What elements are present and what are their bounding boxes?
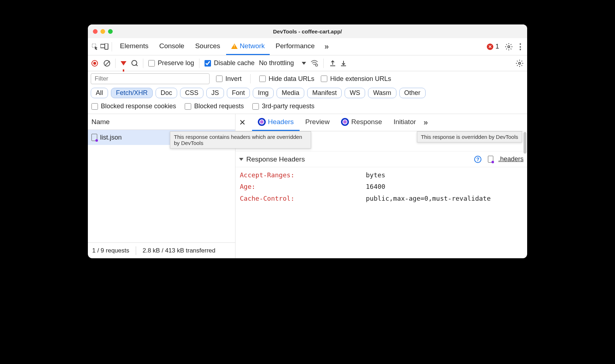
tab-sources[interactable]: Sources <box>190 38 225 55</box>
throttling-value: No throttling <box>259 59 294 67</box>
hide-extension-urls-input[interactable] <box>321 76 327 82</box>
tab-elements[interactable]: Elements <box>115 38 153 55</box>
file-override-icon <box>91 134 97 141</box>
headers-list: Accept-Ranges: bytes Age: 16400 Cache-Co… <box>235 167 527 206</box>
tab-preview[interactable]: Preview <box>300 114 336 131</box>
preserve-log-input[interactable] <box>148 60 155 67</box>
hide-data-urls-input[interactable] <box>259 76 266 82</box>
blocked-requests-label: Blocked requests <box>194 103 244 110</box>
invert-checkbox[interactable]: Invert <box>216 75 242 83</box>
error-icon: ✕ <box>487 44 493 50</box>
divider <box>143 59 143 68</box>
tab-network-label: Network <box>240 42 265 50</box>
svg-point-3 <box>508 46 510 48</box>
blocked-response-cookies-input[interactable] <box>91 103 98 110</box>
hide-data-urls-label: Hide data URLs <box>269 75 314 83</box>
kebab-menu-icon[interactable]: ⋮ <box>516 43 524 51</box>
hide-extension-urls-checkbox[interactable]: Hide extension URLs <box>321 75 391 83</box>
more-detail-tabs-icon[interactable]: » <box>422 119 430 127</box>
divider <box>136 246 136 255</box>
tooltip-response-override: This response is overridden by DevTools <box>417 131 522 142</box>
window-title: DevTools - coffee-cart.app/ <box>88 28 527 35</box>
download-icon[interactable] <box>340 59 347 67</box>
svg-point-5 <box>519 62 521 64</box>
record-button[interactable] <box>91 60 98 67</box>
chevron-down-icon <box>302 62 306 65</box>
svg-rect-2 <box>105 44 108 49</box>
divider <box>199 59 199 68</box>
search-icon[interactable] <box>131 60 138 67</box>
hide-data-urls-checkbox[interactable]: Hide data URLs <box>259 75 314 83</box>
header-value: bytes <box>366 169 523 181</box>
chip-manifest[interactable]: Manifest <box>307 88 342 98</box>
more-tabs-icon[interactable]: » <box>323 43 331 51</box>
help-icon[interactable]: ? <box>474 156 481 163</box>
tab-response[interactable]: Response <box>335 114 388 131</box>
scrollbar-thumb[interactable] <box>524 132 526 154</box>
blocked-requests-checkbox[interactable]: Blocked requests <box>185 103 244 110</box>
invert-label: Invert <box>225 75 242 83</box>
chip-font[interactable]: Font <box>227 88 250 98</box>
network-toolbar: Preserve log Disable cache No throttling <box>88 55 527 71</box>
titlebar: DevTools - coffee-cart.app/ <box>88 24 527 38</box>
details-tabs: ✕ Headers Preview Response Initiator » T… <box>235 114 527 131</box>
blocked-requests-input[interactable] <box>185 103 191 110</box>
inspect-icon[interactable] <box>91 43 99 50</box>
preserve-log-label: Preserve log <box>158 59 194 67</box>
chip-img[interactable]: Img <box>253 88 274 98</box>
chip-js[interactable]: JS <box>206 88 224 98</box>
chip-wasm[interactable]: Wasm <box>368 88 396 98</box>
invert-input[interactable] <box>216 76 223 82</box>
chip-css[interactable]: CSS <box>180 88 203 98</box>
blocked-response-cookies-checkbox[interactable]: Blocked response cookies <box>91 103 176 110</box>
chip-other[interactable]: Other <box>399 88 426 98</box>
hide-extension-urls-label: Hide extension URLs <box>330 75 391 83</box>
tab-console[interactable]: Console <box>154 38 189 55</box>
device-toggle-icon[interactable] <box>100 44 109 50</box>
network-conditions-icon[interactable] <box>310 59 318 67</box>
panels: Name list.json 1 / 9 requests 2.8 kB / 4… <box>88 114 527 258</box>
chip-ws[interactable]: WS <box>345 88 365 98</box>
tab-headers[interactable]: Headers <box>252 114 300 131</box>
clear-button[interactable] <box>104 60 110 67</box>
warning-icon <box>231 44 238 49</box>
tooltip-headers-override: This response contains headers which are… <box>170 131 311 149</box>
third-party-input[interactable] <box>252 103 259 110</box>
error-count-value: 1 <box>495 43 499 50</box>
header-value: public,max-age=0,must-revalidate <box>366 193 523 204</box>
response-headers-title[interactable]: Response Headers ? .headers <box>235 151 527 167</box>
error-count[interactable]: ✕ 1 <box>487 43 499 50</box>
throttling-select[interactable]: No throttling <box>257 59 308 67</box>
chip-all[interactable]: All <box>91 88 108 98</box>
header-value: 16400 <box>366 181 523 192</box>
chip-media[interactable]: Media <box>277 88 304 98</box>
tab-response-label: Response <box>351 118 382 126</box>
network-settings-icon[interactable] <box>516 59 524 67</box>
headers-file-icon <box>488 156 493 163</box>
filter-icon[interactable] <box>121 61 126 65</box>
upload-icon[interactable] <box>329 59 337 67</box>
filter-row-1: Invert Hide data URLs Hide extension URL… <box>88 71 527 86</box>
chip-doc[interactable]: Doc <box>156 88 177 98</box>
status-count: 1 / 9 requests <box>92 247 129 254</box>
tab-performance[interactable]: Performance <box>270 38 320 55</box>
divider <box>323 59 324 68</box>
disable-cache-checkbox[interactable]: Disable cache <box>205 59 255 67</box>
headers-link[interactable]: .headers <box>498 155 524 163</box>
settings-icon[interactable] <box>505 43 513 51</box>
close-details-button[interactable]: ✕ <box>239 118 248 127</box>
disable-cache-label: Disable cache <box>214 59 255 67</box>
tab-network[interactable]: Network <box>226 38 270 55</box>
third-party-checkbox[interactable]: 3rd-party requests <box>252 103 314 110</box>
chip-fetch-xhr[interactable]: Fetch/XHR <box>111 88 153 98</box>
disable-cache-input[interactable] <box>205 60 211 67</box>
col-header-name[interactable]: Name <box>88 114 235 130</box>
filter-input[interactable] <box>91 73 210 84</box>
status-bar: 1 / 9 requests 2.8 kB / 413 kB transferr… <box>88 242 235 258</box>
divider <box>250 74 251 83</box>
svg-point-4 <box>315 64 318 66</box>
preserve-log-checkbox[interactable]: Preserve log <box>148 59 194 67</box>
header-name: Age: <box>240 181 366 192</box>
tab-initiator[interactable]: Initiator <box>388 114 422 131</box>
status-size: 2.8 kB / 413 kB transferred <box>143 247 215 254</box>
